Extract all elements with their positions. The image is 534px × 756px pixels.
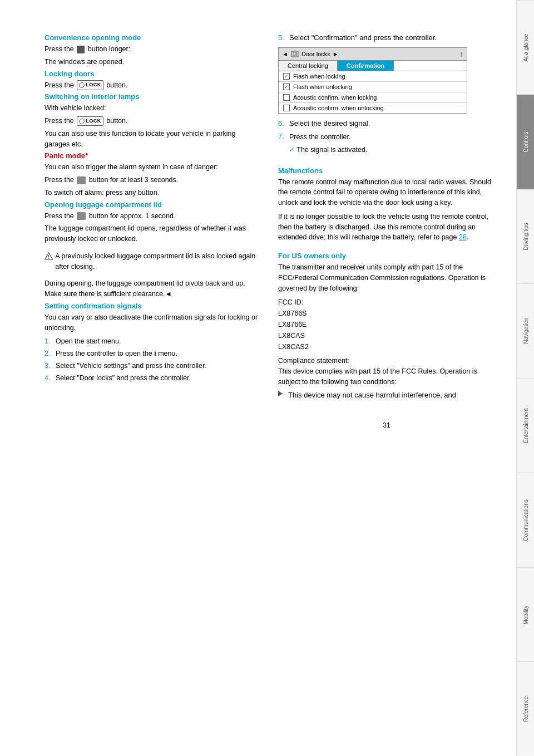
- svg-point-5: [295, 53, 296, 55]
- section-panic: Panic mode* You can also trigger the ala…: [44, 151, 261, 198]
- svg-rect-3: [291, 51, 298, 57]
- door-locks-menu-icon: ↑: [459, 50, 463, 58]
- lamps-p2: Press the LOCK button.: [44, 116, 261, 126]
- page-number: 31: [278, 421, 495, 429]
- section-luggage: Opening luggage compartment lid Press th…: [44, 200, 261, 300]
- fcc-bullet-text: This device may not cause harmful interf…: [288, 391, 456, 399]
- convenience-p2: The windows are opened.: [44, 57, 261, 67]
- step-text-5: Select "Confirmation" and press the cont…: [289, 33, 437, 42]
- lock-icon: LOCK: [77, 80, 103, 90]
- nav-right-arrow: ►: [333, 51, 339, 57]
- door-locks-nav-left: ◄ Door locks ►: [282, 51, 339, 57]
- panic-p1: You can also trigger the alarm system in…: [44, 162, 261, 173]
- checkmark-icon: ✓: [289, 146, 295, 154]
- note-box-luggage: A previously locked luggage compartment …: [44, 249, 261, 274]
- tab-controls[interactable]: Controls: [517, 95, 534, 189]
- door-locks-item-2: Flash when unlocking: [279, 82, 467, 92]
- section-interior-lamps: Switching on interior lamps With vehicle…: [44, 92, 261, 149]
- door-locks-item-4: Acoustic confirm. when unlocking: [279, 103, 467, 113]
- step5-row: 5. Select "Confirmation" and press the c…: [278, 33, 495, 42]
- tab-mobility[interactable]: Mobility: [517, 567, 534, 662]
- sidebar-tabs: At a glance Controls Driving tips Naviga…: [516, 0, 534, 756]
- step-num-2: 2.: [44, 348, 52, 359]
- step-num-4: 4.: [44, 373, 52, 384]
- lamps-p3: You can also use this function to locate…: [44, 129, 261, 150]
- fcc-bullet: This device may not cause harmful interf…: [278, 391, 495, 399]
- step-2: 2.Press the controller to open the i men…: [44, 348, 261, 359]
- tab-communications[interactable]: Communications: [517, 473, 534, 567]
- confirmation-p1: You can vary or also deactivate the conf…: [44, 312, 261, 333]
- step-num-3: 3.: [44, 361, 52, 371]
- step-text-6: Select the desired signal.: [289, 119, 370, 127]
- step-text-3: Select "Vehicle settings" and press the …: [56, 361, 206, 371]
- tab-confirmation[interactable]: Confirmation: [338, 61, 394, 71]
- lock-circle-2: [79, 119, 85, 124]
- step-text-1: Open the start menu.: [56, 336, 121, 347]
- tab-reference[interactable]: Reference: [517, 661, 534, 756]
- tab-driving-tips[interactable]: Driving tips: [517, 189, 534, 284]
- luggage-note2: During opening, the luggage compartment …: [44, 278, 261, 300]
- panic-p2: Press the button for at least 3 seconds.: [44, 175, 261, 185]
- svg-point-2: [48, 258, 49, 258]
- item-label-3: Acoustic confirm. when locking: [293, 94, 377, 101]
- confirmation-steps: 1.Open the start menu. 2.Press the contr…: [44, 336, 261, 383]
- step-text-2: Press the controller to open the i menu.: [56, 348, 177, 359]
- section-title-malfunctions: Malfunctions: [278, 166, 495, 175]
- checkbox-acoustic-locking: [283, 94, 290, 101]
- lock-circle: [79, 82, 85, 88]
- step-text-7b: ✓ The signal is activated.: [289, 145, 367, 155]
- door-icon: [290, 51, 299, 57]
- lamps-p1: With vehicle locked:: [44, 103, 261, 114]
- fcc-ids: FCC ID: LX8766S LX8766E LX8CAS LX8CAS2: [278, 297, 495, 352]
- panic-p3: To switch off alarm: press any button.: [44, 188, 261, 198]
- door-locks-title: Door locks: [301, 51, 330, 57]
- page-container: Convenience opening mode Press the butto…: [0, 0, 534, 756]
- section-malfunctions: Malfunctions The remote control may malf…: [278, 166, 495, 243]
- section-title-locking: Locking doors: [44, 70, 261, 78]
- tab-entertainment[interactable]: Entertainment: [517, 378, 534, 473]
- item-label-4: Acoustic confirm. when unlocking: [293, 105, 384, 111]
- step7-text: Press the controller. ✓ The signal is ac…: [289, 132, 367, 158]
- step6-container: 6. Select the desired signal.: [278, 119, 495, 127]
- section-title-convenience: Convenience opening mode: [44, 33, 261, 42]
- section-locking: Locking doors Press the LOCK button.: [44, 70, 261, 91]
- tab-at-a-glance[interactable]: At a glance: [517, 0, 534, 95]
- step-num-7: 7.: [278, 132, 286, 158]
- section-convenience: Convenience opening mode Press the butto…: [44, 33, 261, 67]
- section-confirmation: Setting confirmation signals You can var…: [44, 302, 261, 384]
- lock-label-2: LOCK: [86, 117, 101, 125]
- checkbox-flash-unlocking: [283, 84, 290, 90]
- step6-row: 6. Select the desired signal.: [278, 119, 495, 127]
- step-4: 4.Select "Door locks" and press the cont…: [44, 373, 261, 384]
- section-title-luggage: Opening luggage compartment lid: [44, 200, 261, 209]
- item-label-2: Flash when unlocking: [293, 84, 352, 90]
- step-num-1: 1.: [44, 336, 52, 347]
- luggage-p1: Press the button for approx. 1 second.: [44, 211, 261, 222]
- section-title-lamps: Switching on interior lamps: [44, 92, 261, 101]
- fcc-p1: The transmitter and receiver units compl…: [278, 262, 495, 293]
- step-num-6: 6.: [278, 119, 286, 127]
- panic-button-icon: [77, 176, 86, 184]
- main-content: Convenience opening mode Press the butto…: [0, 0, 516, 756]
- locking-p1: Press the LOCK button.: [44, 80, 261, 91]
- door-locks-ui: ◄ Door locks ► ↑ Central locking Confirm…: [278, 47, 467, 114]
- compliance-statement: Compliance statement:This device complie…: [278, 356, 495, 387]
- step7-row: 7. Press the controller. ✓ The signal is…: [278, 132, 495, 158]
- checkbox-acoustic-unlocking: [283, 105, 290, 111]
- step7-container: 7. Press the controller. ✓ The signal is…: [278, 132, 495, 158]
- tab-navigation[interactable]: Navigation: [517, 283, 534, 378]
- luggage-p2: The luggage compartment lid opens, regar…: [44, 223, 261, 244]
- malfunctions-p2: If it is no longer possible to lock the …: [278, 212, 495, 243]
- page-link[interactable]: 28: [459, 233, 467, 241]
- luggage-note: A previously locked luggage compartment …: [55, 251, 261, 272]
- step-text-4: Select "Door locks" and press the contro…: [56, 373, 191, 384]
- step-text-7a: Press the controller.: [289, 132, 367, 143]
- right-column: 5. Select "Confirmation" and press the c…: [278, 33, 495, 723]
- malfunctions-p1: The remote control may malfunction due t…: [278, 177, 495, 208]
- tab-central-locking[interactable]: Central locking: [279, 61, 338, 71]
- step-3: 3.Select "Vehicle settings" and press th…: [44, 361, 261, 371]
- bullet-arrow-icon: [278, 391, 283, 396]
- lock-label: LOCK: [86, 81, 101, 89]
- door-locks-tabs: Central locking Confirmation: [279, 61, 467, 71]
- lock-icon-2: LOCK: [77, 116, 103, 126]
